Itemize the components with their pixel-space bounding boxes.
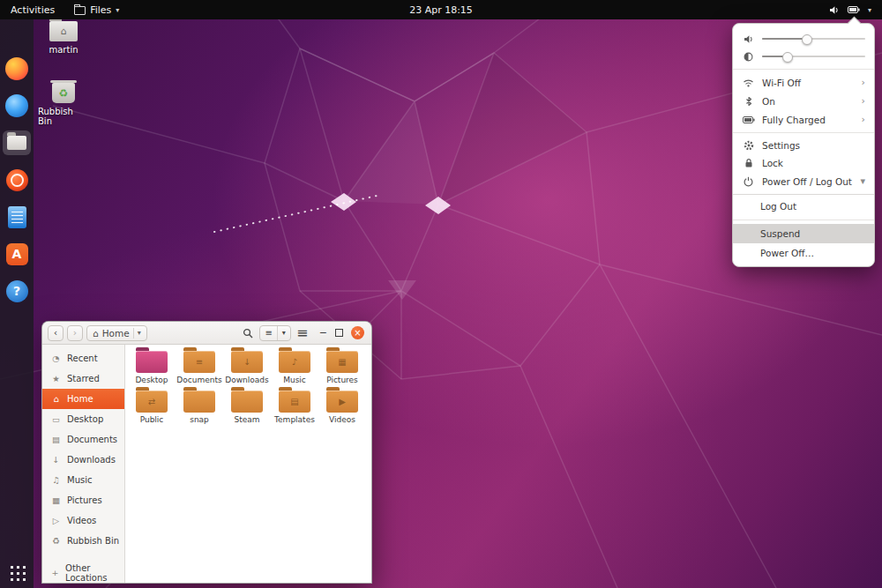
sidebar-item-starred[interactable]: ★Starred xyxy=(42,368,124,389)
app-menu-button[interactable]: Files ▾ xyxy=(65,0,128,19)
sidebar-item-rubbish-bin[interactable]: ♻Rubbish Bin xyxy=(42,531,124,551)
settings-label: Settings xyxy=(762,140,865,151)
brightness-row xyxy=(733,48,874,65)
folder-item-videos[interactable]: ▶Videos xyxy=(318,391,366,424)
brightness-slider[interactable] xyxy=(762,51,865,62)
sidebar-item-label: Home xyxy=(67,394,93,404)
dock-item-firefox[interactable] xyxy=(3,56,31,81)
folder-item-templates[interactable]: ▤Templates xyxy=(271,391,318,424)
power-off-label: Power Off… xyxy=(760,248,814,258)
app-menu-label: Files xyxy=(90,4,111,16)
log-out-menu-item[interactable]: Log Out xyxy=(733,197,874,216)
search-button[interactable] xyxy=(240,325,256,341)
system-status-area[interactable]: ▾ xyxy=(818,0,882,19)
close-button[interactable]: × xyxy=(351,326,364,339)
folder-item-steam[interactable]: Steam xyxy=(223,391,271,424)
list-view-icon: ≡ xyxy=(260,326,276,340)
folder-item-public[interactable]: ⇄Public xyxy=(128,391,176,424)
dock-item-help[interactable]: ? xyxy=(3,279,31,303)
sidebar-item-label: Downloads xyxy=(67,455,116,465)
documents-folder-icon: ≡ xyxy=(183,351,215,373)
clock-button[interactable]: 23 Apr 18:15 xyxy=(409,0,473,19)
chevron-right-icon: › xyxy=(862,95,865,107)
sidebar-item-other-locations[interactable]: +Other Locations xyxy=(42,562,124,583)
folder-label: Pictures xyxy=(326,376,358,384)
desktop-icon-label: martin xyxy=(49,45,78,55)
desktop-screen: Activities Files ▾ 23 Apr 18:15 ▾ A ? xyxy=(0,0,882,588)
desktop-icon: ▭ xyxy=(50,414,62,424)
folder-item-desktop[interactable]: Desktop xyxy=(128,351,176,384)
plus-icon: + xyxy=(50,568,60,577)
sidebar-item-label: Pictures xyxy=(67,495,102,505)
power-off-menu-item[interactable]: Power Off… xyxy=(733,243,874,263)
pictures-icon: ▦ xyxy=(50,495,62,505)
view-toggle-button[interactable]: ≡ ▾ xyxy=(259,325,290,341)
dock-item-files[interactable] xyxy=(3,130,31,155)
battery-icon xyxy=(742,115,755,124)
sidebar-item-downloads[interactable]: ↓Downloads xyxy=(42,450,124,470)
firefox-icon xyxy=(5,57,28,80)
close-icon: × xyxy=(354,328,361,338)
sidebar-item-label: Starred xyxy=(67,374,100,383)
dock-item-ubuntu-software[interactable]: A xyxy=(3,242,31,266)
battery-menu-item[interactable]: Fully Charged › xyxy=(733,110,874,129)
sidebar-item-videos[interactable]: ▷Videos xyxy=(42,510,124,531)
volume-slider[interactable] xyxy=(762,33,865,44)
sidebar-item-home[interactable]: ⌂Home xyxy=(42,389,124,409)
music-folder-icon: ♪ xyxy=(279,351,310,373)
location-label: Home xyxy=(102,328,130,339)
dock-item-libreoffice-writer[interactable] xyxy=(3,205,31,229)
hamburger-icon: ≡ xyxy=(296,324,308,341)
settings-menu-item[interactable]: Settings xyxy=(733,137,874,154)
show-applications-button[interactable] xyxy=(8,563,26,581)
videos-icon: ▷ xyxy=(50,516,62,525)
power-icon xyxy=(742,176,755,187)
sidebar-item-music[interactable]: ♫Music xyxy=(42,470,124,490)
bluetooth-menu-item[interactable]: On › xyxy=(733,92,874,110)
speaker-icon xyxy=(742,34,755,44)
folder-item-documents[interactable]: ≡Documents xyxy=(176,351,223,384)
folder-item-music[interactable]: ♪Music xyxy=(271,351,318,384)
location-button[interactable]: ⌂ Home ▾ xyxy=(86,325,147,341)
sidebar-item-label: Music xyxy=(67,475,92,485)
power-off-log-out-menu-item[interactable]: Power Off / Log Out ▾ xyxy=(733,172,874,190)
sidebar-item-documents[interactable]: ▤Documents xyxy=(42,429,124,450)
top-bar: Activities Files ▾ 23 Apr 18:15 ▾ xyxy=(0,0,882,19)
brightness-icon xyxy=(742,52,755,62)
dock-item-rhythmbox[interactable] xyxy=(3,167,31,192)
videos-folder-icon: ▶ xyxy=(326,391,358,413)
home-icon: ⌂ xyxy=(93,328,99,339)
sidebar-item-desktop[interactable]: ▭Desktop xyxy=(42,409,124,429)
sidebar-item-label: Rubbish Bin xyxy=(67,536,119,546)
dock-item-thunderbird[interactable] xyxy=(3,93,31,118)
sidebar-item-pictures[interactable]: ▦Pictures xyxy=(42,490,124,510)
forward-button[interactable]: › xyxy=(67,325,83,341)
home-icon: ⌂ xyxy=(50,394,62,404)
activities-button[interactable]: Activities xyxy=(0,0,65,19)
sidebar-item-label: Documents xyxy=(67,435,117,444)
desktop-icon-rubbish-bin[interactable]: ♻ Rubbish Bin xyxy=(38,83,89,126)
volume-slider-knob[interactable] xyxy=(802,34,812,45)
desktop-icon-home[interactable]: ⌂ martin xyxy=(38,21,89,55)
folder-item-downloads[interactable]: ↓Downloads xyxy=(223,351,271,384)
battery-label: Fully Charged xyxy=(762,115,855,125)
suspend-menu-item[interactable]: Suspend xyxy=(733,224,874,243)
menu-button[interactable]: ≡ xyxy=(295,325,310,341)
maximize-button[interactable] xyxy=(335,329,343,337)
rubbish-bin-icon: ♻ xyxy=(50,536,62,546)
wifi-menu-item[interactable]: Wi-Fi Off › xyxy=(733,73,874,92)
minimize-button[interactable]: − xyxy=(319,327,327,339)
suspend-label: Suspend xyxy=(760,228,800,239)
folder-item-pictures[interactable]: ▦Pictures xyxy=(318,351,366,384)
back-button[interactable]: ‹ xyxy=(48,325,64,341)
maximize-icon xyxy=(335,329,343,337)
system-menu: Wi-Fi Off › On › Fully Charged › Setting… xyxy=(732,23,875,267)
lock-menu-item[interactable]: Lock xyxy=(733,154,874,172)
help-icon: ? xyxy=(6,280,28,302)
button-divider xyxy=(133,328,134,339)
header-bar: ‹ › ⌂ Home ▾ ≡ ▾ ≡ − × xyxy=(42,322,371,345)
folder-item-snap[interactable]: snap xyxy=(176,391,223,424)
documents-icon: ▤ xyxy=(50,435,62,444)
sidebar-item-recent[interactable]: ◔Recent xyxy=(42,348,124,368)
brightness-slider-knob[interactable] xyxy=(782,52,793,63)
